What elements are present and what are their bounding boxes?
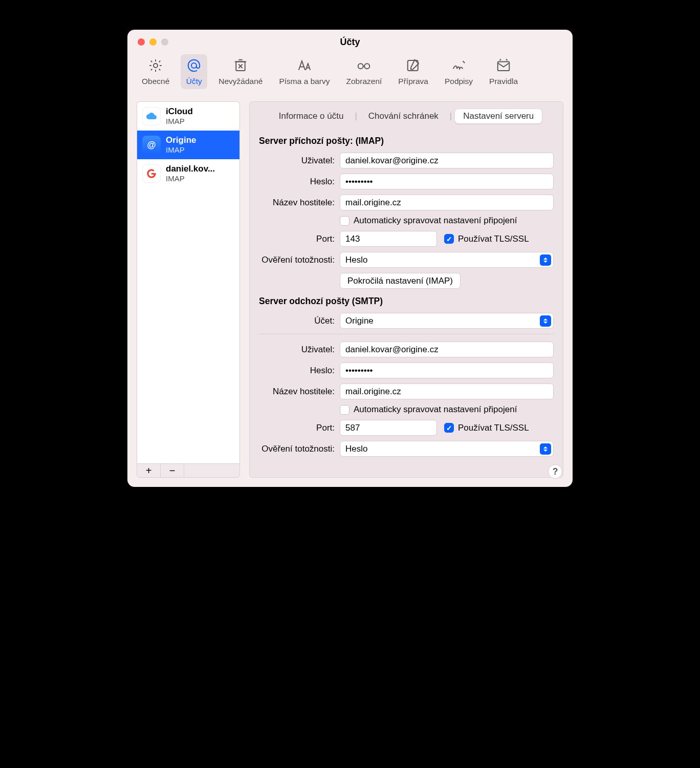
- svg-point-3: [358, 63, 363, 69]
- smtp-auth-select[interactable]: Heslo: [340, 441, 554, 457]
- smtp-host-label: Název hostitele:: [259, 387, 340, 397]
- tab-fonts[interactable]: Písma a barvy: [274, 54, 335, 89]
- tab-label: Účty: [186, 77, 202, 86]
- tab-label: Písma a barvy: [279, 77, 330, 86]
- remove-account-button[interactable]: −: [161, 464, 184, 477]
- checkbox-label: Automaticky spravovat nastavení připojen…: [354, 216, 517, 226]
- close-window-button[interactable]: [138, 38, 145, 46]
- cloud-icon: [142, 107, 161, 125]
- smtp-pass-label: Heslo:: [259, 366, 340, 376]
- at-icon: [186, 57, 202, 74]
- tab-label: Obecné: [142, 77, 169, 86]
- account-proto: IMAP: [166, 117, 193, 125]
- google-icon: [142, 164, 161, 183]
- checkbox-label: Používat TLS/SSL: [458, 423, 529, 433]
- sidebar-footer-spacer: [184, 464, 239, 477]
- chevron-updown-icon: [540, 443, 551, 455]
- smtp-port-label: Port:: [259, 423, 340, 433]
- titlebar: Účty: [127, 30, 573, 54]
- imap-user-input[interactable]: daniel.kovar@origine.cz: [340, 153, 554, 168]
- tab-label: Podpisy: [445, 77, 473, 86]
- checkbox-icon: [340, 216, 349, 226]
- imap-pass-input[interactable]: •••••••••: [340, 174, 554, 189]
- imap-auto-manage-checkbox[interactable]: Automaticky spravovat nastavení připojen…: [340, 216, 517, 226]
- account-name: Origine: [166, 136, 196, 145]
- smtp-auth-label: Ověření totožnosti:: [259, 444, 340, 454]
- checkbox-label: Používat TLS/SSL: [458, 234, 529, 244]
- imap-user-label: Uživatel:: [259, 156, 340, 166]
- prefs-toolbar: Obecné Účty Nevyžádané Písma a barvy Zob…: [127, 54, 573, 94]
- tab-label: Pravidla: [489, 77, 518, 86]
- imap-port-label: Port:: [259, 234, 340, 244]
- smtp-user-input[interactable]: daniel.kovar@origine.cz: [340, 342, 554, 357]
- svg-point-4: [365, 63, 370, 69]
- chevron-updown-icon: [540, 315, 551, 327]
- account-proto: IMAP: [166, 145, 196, 154]
- svg-point-1: [191, 63, 196, 68]
- tab-label: Zobrazení: [346, 77, 382, 86]
- select-value: Origine: [345, 316, 374, 326]
- detail-tabs: Informace o účtu | Chování schránek | Na…: [259, 109, 554, 123]
- window-title: Účty: [340, 37, 360, 48]
- rules-icon: [495, 57, 512, 74]
- smtp-port-input[interactable]: 587: [340, 420, 437, 436]
- checkbox-icon: [444, 423, 454, 433]
- help-button[interactable]: ?: [548, 464, 562, 479]
- select-value: Heslo: [345, 444, 367, 454]
- tab-mailbox-behaviors[interactable]: Chování schránek: [360, 109, 447, 123]
- imap-host-label: Název hostitele:: [259, 198, 340, 208]
- zoom-window-button: [161, 38, 168, 46]
- trash-icon: [232, 57, 249, 74]
- smtp-section-title: Server odchozí pošty (SMTP): [259, 296, 554, 307]
- select-value: Heslo: [345, 255, 367, 265]
- divider: [259, 334, 554, 334]
- compose-icon: [405, 57, 422, 74]
- imap-host-input[interactable]: mail.origine.cz: [340, 195, 554, 210]
- smtp-tls-checkbox[interactable]: Používat TLS/SSL: [444, 423, 529, 433]
- glasses-icon: [356, 57, 372, 74]
- tab-accounts[interactable]: Účty: [181, 54, 207, 89]
- minimize-window-button[interactable]: [149, 38, 157, 46]
- preferences-window: Účty Obecné Účty Nevyžádané Písma a barv…: [127, 30, 573, 487]
- account-row-icloud[interactable]: iCloud IMAP: [137, 102, 239, 131]
- tab-signatures[interactable]: Podpisy: [440, 54, 478, 89]
- tab-general[interactable]: Obecné: [137, 54, 174, 89]
- tab-junk[interactable]: Nevyžádané: [213, 54, 268, 89]
- sidebar-footer: + −: [137, 463, 240, 478]
- traffic-lights: [138, 38, 168, 46]
- smtp-auto-manage-checkbox[interactable]: Automaticky spravovat nastavení připojen…: [340, 404, 517, 415]
- tab-server-settings[interactable]: Nastavení serveru: [455, 109, 542, 123]
- tab-composing[interactable]: Příprava: [393, 54, 433, 89]
- checkbox-icon: [444, 234, 454, 244]
- imap-section-title: Server příchozí pošty: (IMAP): [259, 136, 554, 146]
- tab-account-info[interactable]: Informace o účtu: [271, 109, 352, 123]
- svg-point-0: [154, 63, 158, 68]
- imap-auth-label: Ověření totožnosti:: [259, 255, 340, 265]
- chevron-updown-icon: [540, 254, 551, 266]
- svg-rect-6: [498, 62, 510, 71]
- smtp-host-input[interactable]: mail.origine.cz: [340, 383, 554, 399]
- smtp-account-label: Účet:: [259, 316, 340, 326]
- gear-icon: [147, 57, 164, 74]
- imap-tls-checkbox[interactable]: Používat TLS/SSL: [444, 234, 529, 244]
- add-account-button[interactable]: +: [137, 464, 161, 477]
- at-icon: @: [142, 136, 161, 154]
- accounts-list: iCloud IMAP @ Origine IMAP: [137, 101, 240, 463]
- tab-label: Příprava: [398, 77, 428, 86]
- accounts-sidebar: iCloud IMAP @ Origine IMAP: [137, 101, 240, 478]
- account-row-origine[interactable]: @ Origine IMAP: [137, 131, 239, 159]
- imap-port-input[interactable]: 143: [340, 231, 437, 247]
- smtp-account-select[interactable]: Origine: [340, 313, 554, 329]
- tab-label: Nevyžádané: [218, 77, 262, 86]
- checkbox-label: Automaticky spravovat nastavení připojen…: [354, 404, 517, 415]
- smtp-user-label: Uživatel:: [259, 345, 340, 355]
- tab-rules[interactable]: Pravidla: [484, 54, 523, 89]
- imap-advanced-button[interactable]: Pokročilá nastavení (IMAP): [340, 273, 461, 289]
- account-detail-panel: Informace o účtu | Chování schránek | Na…: [249, 101, 563, 478]
- imap-pass-label: Heslo:: [259, 177, 340, 187]
- account-row-google[interactable]: daniel.kov... IMAP: [137, 159, 239, 188]
- smtp-pass-input[interactable]: •••••••••: [340, 362, 554, 378]
- tab-viewing[interactable]: Zobrazení: [341, 54, 387, 89]
- imap-auth-select[interactable]: Heslo: [340, 252, 554, 268]
- account-name: daniel.kov...: [166, 164, 215, 174]
